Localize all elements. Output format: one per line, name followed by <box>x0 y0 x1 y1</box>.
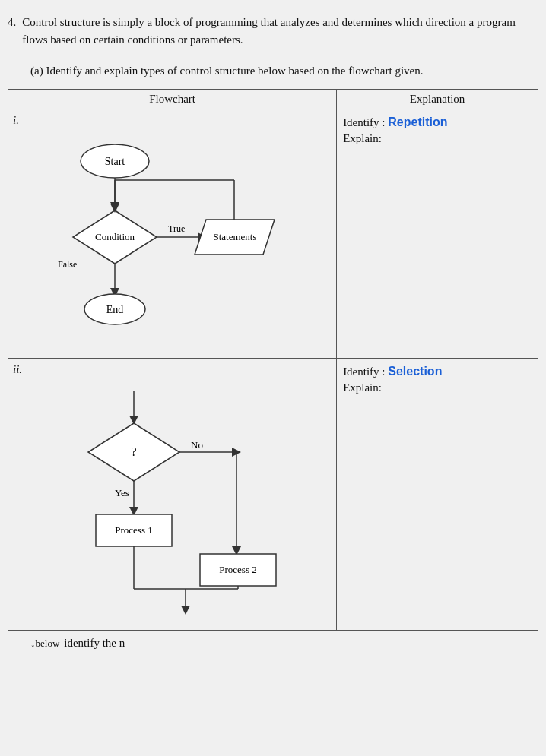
yes-label: Yes <box>115 487 129 498</box>
bottom-text: identify the n <box>64 637 125 650</box>
identify-line-2: Identify : Selection <box>343 365 532 378</box>
explain-label-2: Explain: <box>343 381 532 394</box>
process2-label: Process 2 <box>219 564 256 575</box>
bottom-section: ↓below identify the n <box>8 637 538 650</box>
part-a-text: Identify and explain types of control st… <box>46 65 423 77</box>
question-label: ? <box>131 445 136 458</box>
explanation-header: Explanation <box>337 90 538 109</box>
question-text: Control structure is simply a block of p… <box>22 14 538 48</box>
false-label: False <box>58 259 77 270</box>
explanation-content-1: Identify : Repetition Explain: <box>337 109 538 151</box>
identify-prefix-1: Identify : <box>343 116 385 128</box>
flowchart-diagram-1: Start Condition True Statements <box>8 127 336 358</box>
true-label: True <box>168 223 185 234</box>
flowchart-svg-1: Start Condition True Statements <box>16 134 297 347</box>
identify-prefix-2: Identify : <box>343 365 385 378</box>
part-a-letter: (a) <box>30 65 43 77</box>
flowchart-header: Flowchart <box>8 90 337 109</box>
flowchart-cell-2: ii. ? No Yes <box>8 359 337 631</box>
table-row-1: i. Start Condition True <box>8 109 538 359</box>
end-label: End <box>106 304 124 315</box>
flowchart-table: Flowchart Explanation i. Start <box>8 89 538 631</box>
flowchart-cell-1: i. Start Condition True <box>8 109 337 359</box>
row-label-2: ii. <box>8 359 336 376</box>
no-label: No <box>191 439 203 451</box>
start-label: Start <box>105 156 125 167</box>
question-header: 4. Control structure is simply a block o… <box>8 14 538 48</box>
question-number: 4. <box>8 14 16 48</box>
flowchart-svg-2: ? No Yes Process 1 Pro <box>16 384 297 619</box>
explain-label-1: Explain: <box>343 132 532 145</box>
process1-label: Process 1 <box>115 524 152 536</box>
row-label-1: i. <box>8 109 336 127</box>
flowchart-diagram-2: ? No Yes Process 1 Pro <box>8 376 336 630</box>
explanation-cell-1: Identify : Repetition Explain: <box>337 109 538 359</box>
identify-value-2: Selection <box>388 365 442 378</box>
condition-label: Condition <box>95 231 135 242</box>
explanation-cell-2: Identify : Selection Explain: <box>337 359 538 631</box>
identify-line-1: Identify : Repetition <box>343 115 532 129</box>
table-row-2: ii. ? No Yes <box>8 359 538 631</box>
identify-value-1: Repetition <box>388 115 447 128</box>
explanation-content-2: Identify : Selection Explain: <box>337 359 538 400</box>
part-a-label: (a) Identify and explain types of contro… <box>8 62 538 80</box>
bottom-arrow: ↓below <box>30 637 59 650</box>
statements-label: Statements <box>213 231 256 242</box>
